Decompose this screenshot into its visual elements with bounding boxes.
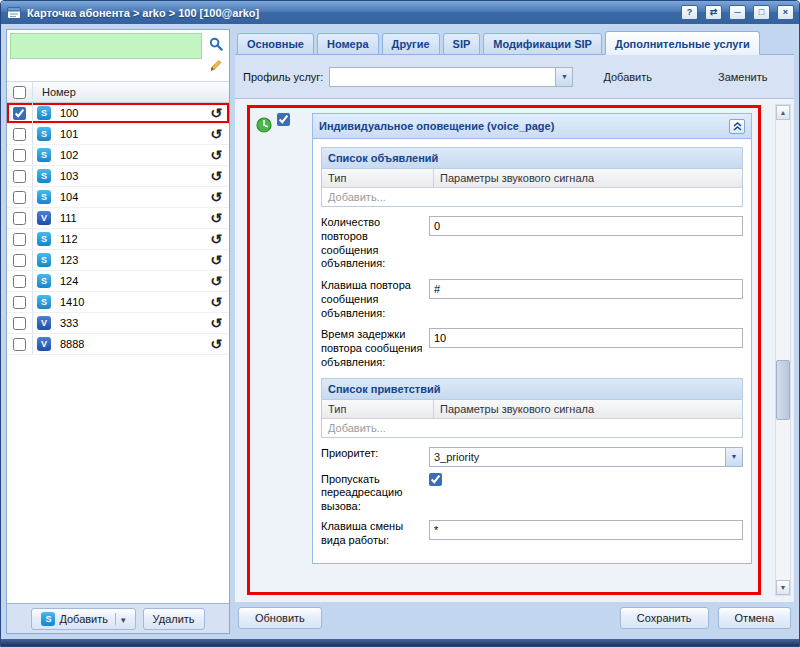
subscriber-type-icon: S bbox=[37, 169, 51, 183]
subscriber-checkbox[interactable] bbox=[13, 254, 26, 267]
subscriber-checkbox[interactable] bbox=[13, 149, 26, 162]
subscriber-row[interactable]: S 103 bbox=[7, 166, 229, 187]
maximize-button[interactable]: □ bbox=[753, 5, 770, 20]
announcements-add-row[interactable]: Добавить... bbox=[322, 188, 742, 206]
subscriber-row[interactable]: S 123 bbox=[7, 250, 229, 271]
column-type[interactable]: Тип bbox=[322, 400, 434, 418]
add-subscriber-dropdown[interactable] bbox=[115, 613, 126, 625]
tab[interactable]: Другие bbox=[382, 33, 440, 55]
subscriber-row[interactable]: S 104 bbox=[7, 187, 229, 208]
history-icon[interactable] bbox=[203, 106, 229, 120]
column-params[interactable]: Параметры звукового сигнала bbox=[434, 169, 742, 187]
subscriber-row[interactable]: S 101 bbox=[7, 124, 229, 145]
subscriber-checkbox[interactable] bbox=[13, 212, 26, 225]
subscriber-type-cell: S bbox=[33, 190, 55, 204]
subscriber-checkbox[interactable] bbox=[13, 317, 26, 330]
subscriber-type-cell: S bbox=[33, 127, 55, 141]
history-icon[interactable] bbox=[203, 316, 229, 330]
subscriber-row[interactable]: S 1410 bbox=[7, 292, 229, 313]
delete-subscriber-button[interactable]: Удалить bbox=[143, 608, 205, 630]
add-subscriber-label: Добавить bbox=[59, 613, 108, 625]
subscriber-checkbox[interactable] bbox=[13, 296, 26, 309]
subscriber-type-cell: S bbox=[33, 232, 55, 246]
history-icon[interactable] bbox=[203, 274, 229, 288]
tab[interactable]: Основные bbox=[237, 33, 314, 55]
combo-dropdown-icon[interactable] bbox=[555, 68, 572, 86]
detach-button[interactable]: ⇄ bbox=[705, 5, 722, 20]
cancel-button[interactable]: Отмена bbox=[718, 607, 791, 629]
history-icon[interactable] bbox=[203, 169, 229, 183]
history-icon[interactable] bbox=[203, 211, 229, 225]
subscriber-checkbox[interactable] bbox=[13, 338, 26, 351]
subscriber-checkbox[interactable] bbox=[13, 170, 26, 183]
service-profile-combo[interactable] bbox=[329, 67, 573, 87]
combo-dropdown-icon[interactable] bbox=[725, 448, 742, 466]
history-icon[interactable] bbox=[203, 337, 229, 351]
subscriber-number: 124 bbox=[55, 275, 203, 287]
repeat-count-input[interactable] bbox=[429, 216, 743, 236]
scroll-up-icon[interactable] bbox=[776, 105, 790, 120]
subscriber-type-icon: V bbox=[37, 337, 51, 351]
history-icon[interactable] bbox=[203, 190, 229, 204]
history-icon[interactable] bbox=[203, 253, 229, 267]
search-icon[interactable] bbox=[208, 36, 224, 52]
save-label: Сохранить bbox=[637, 612, 692, 624]
vertical-scrollbar[interactable] bbox=[775, 104, 791, 596]
subscriber-row[interactable]: S 112 bbox=[7, 229, 229, 250]
subscriber-row[interactable]: S 102 bbox=[7, 145, 229, 166]
service-enable-checkbox[interactable] bbox=[277, 113, 290, 126]
subscriber-search-area bbox=[7, 30, 229, 82]
history-icon[interactable] bbox=[203, 148, 229, 162]
voice-page-header[interactable]: Индивидуальное оповещение (voice_page) bbox=[313, 114, 751, 139]
subscriber-row[interactable]: V 111 bbox=[7, 208, 229, 229]
history-icon[interactable] bbox=[203, 127, 229, 141]
search-icons bbox=[206, 33, 226, 78]
subscriber-checkbox[interactable] bbox=[13, 233, 26, 246]
refresh-button[interactable]: Обновить bbox=[238, 607, 322, 629]
help-button[interactable]: ? bbox=[681, 5, 698, 20]
subscriber-checkbox[interactable] bbox=[13, 191, 26, 204]
scroll-down-icon[interactable] bbox=[776, 580, 790, 595]
subscriber-search-input[interactable] bbox=[10, 33, 202, 59]
greetings-add-row[interactable]: Добавить... bbox=[322, 419, 742, 437]
priority-combo[interactable]: 3_priority bbox=[429, 447, 743, 467]
subscriber-checkbox[interactable] bbox=[13, 107, 26, 120]
tab[interactable]: Модификации SIP bbox=[483, 33, 602, 55]
history-icon[interactable] bbox=[203, 232, 229, 246]
subscriber-row[interactable]: V 8888 bbox=[7, 334, 229, 355]
work-mode-key-input[interactable] bbox=[429, 520, 743, 540]
repeat-delay-input[interactable] bbox=[429, 328, 743, 348]
scrollbar-thumb[interactable] bbox=[776, 360, 790, 420]
minimize-button[interactable]: ─ bbox=[729, 5, 746, 20]
subscriber-checkbox[interactable] bbox=[13, 128, 26, 141]
window-body: Номер S 100 bbox=[1, 24, 799, 639]
edit-pencil-icon[interactable] bbox=[208, 57, 224, 73]
subscriber-type-cell: V bbox=[33, 337, 55, 351]
search-field-wrap bbox=[10, 33, 202, 78]
subscriber-row[interactable]: S 100 bbox=[7, 103, 229, 124]
close-button[interactable]: × bbox=[777, 5, 794, 20]
select-all-checkbox[interactable] bbox=[13, 86, 26, 99]
profile-replace-button[interactable]: Заменить bbox=[712, 67, 773, 87]
tab[interactable]: Дополнительные услуги bbox=[605, 31, 760, 55]
subscriber-row[interactable]: V 333 bbox=[7, 313, 229, 334]
column-type[interactable]: Тип bbox=[322, 169, 434, 187]
repeat-key-input[interactable] bbox=[429, 279, 743, 299]
profile-add-button[interactable]: Добавить bbox=[597, 67, 658, 87]
subscriber-row[interactable]: S 124 bbox=[7, 271, 229, 292]
collapse-icon[interactable] bbox=[729, 119, 745, 134]
add-subscriber-button[interactable]: S Добавить bbox=[31, 608, 135, 630]
subscriber-type-icon: S bbox=[37, 106, 51, 120]
repeat-count-label: Количество повторов сообщения объявления… bbox=[321, 216, 429, 271]
subscriber-checkbox[interactable] bbox=[13, 275, 26, 288]
detail-footer: Обновить Сохранить Отмена bbox=[235, 602, 794, 634]
tab[interactable]: SIP bbox=[443, 33, 481, 55]
save-button[interactable]: Сохранить bbox=[620, 607, 709, 629]
skip-forwarding-checkbox[interactable] bbox=[429, 473, 442, 486]
skip-forwarding-label: Пропускать переадресацию вызова: bbox=[321, 473, 429, 514]
tab[interactable]: Номера bbox=[317, 33, 379, 55]
delete-subscriber-label: Удалить bbox=[153, 613, 195, 625]
history-icon[interactable] bbox=[203, 295, 229, 309]
subscriber-type-icon: S bbox=[37, 148, 51, 162]
column-params[interactable]: Параметры звукового сигнала bbox=[434, 400, 742, 418]
